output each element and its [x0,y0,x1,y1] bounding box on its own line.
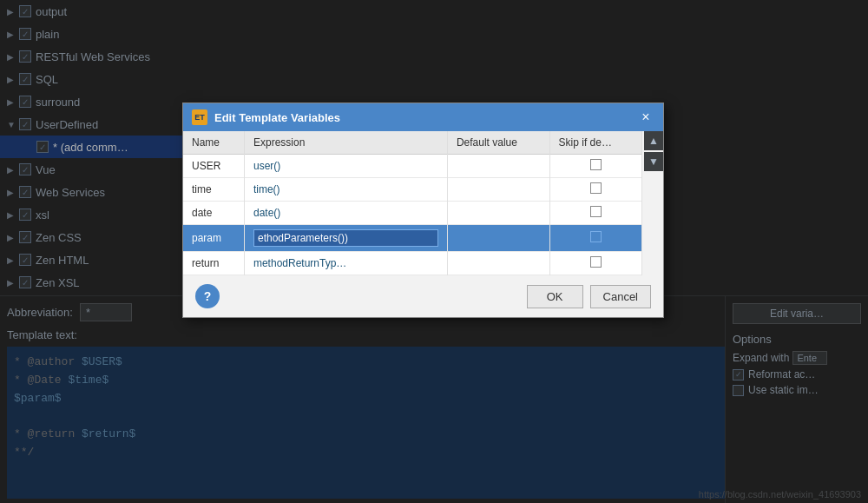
var-name-cell: date [183,202,244,225]
modal-body: Name Expression Default value Skip if de… [183,131,663,275]
var-expression-cell[interactable] [244,225,447,252]
var-expression-cell: date() [244,202,447,225]
scroll-down-button[interactable]: ▼ [644,152,663,171]
var-skip-cell[interactable] [549,178,641,202]
skip-checkbox[interactable] [590,159,602,170]
dialog-icon: ET [192,109,207,125]
var-default-cell [447,202,549,225]
edit-template-variables-dialog: ET Edit Template Variables × Name Expres… [182,103,664,318]
col-name: Name [183,131,244,155]
var-name-cell: param [183,225,244,252]
var-expression-cell: time() [244,178,447,202]
table-row[interactable]: datedate() [183,202,642,225]
cancel-button[interactable]: Cancel [590,285,651,308]
modal-footer: ? OK Cancel [183,275,663,317]
var-skip-cell[interactable] [549,155,641,178]
col-default: Default value [447,131,549,155]
var-skip-cell[interactable] [549,252,641,275]
var-expression-cell: user() [244,155,447,178]
var-default-cell [447,155,549,178]
col-skip: Skip if de… [549,131,641,155]
var-name-cell: return [183,252,244,275]
var-skip-cell[interactable] [549,202,641,225]
scroll-up-button[interactable]: ▲ [644,131,663,150]
table-row[interactable]: timetime() [183,178,642,202]
table-row[interactable]: USERuser() [183,155,642,178]
help-button[interactable]: ? [195,284,220,308]
col-expression: Expression [244,131,447,155]
var-name-cell: time [183,178,244,202]
dialog-title: Edit Template Variables [214,111,637,124]
skip-checkbox[interactable] [590,206,602,217]
var-name-cell: USER [183,155,244,178]
modal-titlebar: ET Edit Template Variables × [183,103,663,131]
modal-actions: OK Cancel [527,285,651,308]
var-default-cell [447,252,549,275]
var-default-cell [447,225,549,252]
table-row[interactable]: returnmethodReturnTyp… [183,252,642,275]
skip-checkbox[interactable] [590,231,602,242]
table-row[interactable]: param [183,225,642,252]
variables-table-container: Name Expression Default value Skip if de… [183,131,663,275]
ok-button[interactable]: OK [527,285,583,308]
expression-input[interactable] [253,229,438,247]
table-header-row: Name Expression Default value Skip if de… [183,131,642,155]
var-expression-cell: methodReturnTyp… [244,252,447,275]
variables-table: Name Expression Default value Skip if de… [183,131,642,275]
skip-checkbox[interactable] [590,182,602,194]
skip-checkbox[interactable] [590,256,602,268]
close-button[interactable]: × [637,109,654,125]
var-skip-cell[interactable] [549,225,641,252]
var-default-cell [447,178,549,202]
